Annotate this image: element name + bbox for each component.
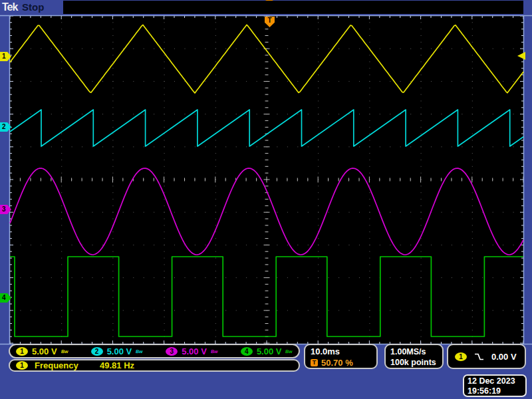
record-length: 100k points: [390, 357, 438, 368]
channel4-scale: 5.00 V: [257, 346, 282, 356]
channel4-readout[interactable]: 4 5.00 V Bw: [241, 346, 293, 356]
falling-edge-icon: [474, 352, 484, 361]
trigger-source-badge: 1: [455, 352, 467, 361]
horizontal-scale: 10.0ms: [311, 346, 371, 356]
channel1-readout[interactable]: 1 5.00 V Bw: [16, 346, 68, 356]
channel3-badge: 3: [166, 347, 178, 356]
trigger-position-flag[interactable]: T: [265, 17, 275, 27]
channel4-badge: 4: [241, 347, 253, 356]
trigger-position-icon: T: [311, 359, 318, 366]
trigger-level: 0.00 V: [491, 352, 517, 362]
record-trigger-position-icon[interactable]: T: [265, 0, 273, 9]
measurement-value: 49.81 Hz: [100, 360, 134, 370]
channel4-ground-marker[interactable]: 4: [0, 293, 11, 303]
channel1-scale: 5.00 V: [32, 346, 57, 356]
channel3-ground-marker[interactable]: 3: [0, 205, 11, 214]
sample-rate: 1.00MS/s: [390, 346, 438, 357]
measurement-source-badge: 1: [16, 361, 28, 370]
measurement-name: Frequency: [35, 360, 93, 370]
record-view-strip: [ ] T: [63, 1, 523, 14]
measurement-readout[interactable]: 1 Frequency 49.81 Hz: [9, 359, 300, 372]
record-right-bracket: ]: [516, 1, 519, 11]
channel1-waveform: [10, 25, 523, 93]
channel-scale-readout-bar[interactable]: 1 5.00 V Bw 2 5.00 V Bw 3 5.00 V Bw 4 5.…: [9, 344, 300, 358]
record-view-bar[interactable]: [148, 4, 514, 10]
horizontal-readout[interactable]: 10.0ms T 50.70 %: [304, 344, 378, 369]
channel1-ground-marker[interactable]: 1: [0, 52, 11, 61]
channel1-badge: 1: [16, 347, 28, 356]
channel4-bandwidth-icon: Bw: [285, 349, 293, 354]
channel2-bandwidth-icon: Bw: [136, 349, 143, 354]
trigger-level-arrow-icon[interactable]: [517, 52, 525, 60]
channel4-waveform: [10, 257, 523, 336]
oscilloscope-screen: Tek Stop [ ] T T 1 2 3 4 1 5.00 V Bw 2 5…: [0, 0, 532, 399]
channel3-bandwidth-icon: Bw: [210, 349, 217, 354]
date-text: 12 Dec 2023: [467, 376, 522, 386]
channel2-scale: 5.00 V: [107, 346, 132, 356]
acquisition-status: Stop: [22, 1, 44, 13]
channel3-readout[interactable]: 3 5.00 V Bw: [166, 346, 217, 356]
channel2-badge: 2: [91, 347, 103, 356]
time-text: 19:56:19: [467, 386, 522, 396]
trigger-readout[interactable]: 1 0.00 V: [447, 344, 526, 369]
graticule-and-waveforms: [0, 0, 532, 399]
channel1-bandwidth-icon: Bw: [61, 349, 68, 354]
channel2-waveform: [10, 110, 523, 146]
channel2-ground-marker[interactable]: 2: [0, 122, 11, 132]
trigger-position-percent: 50.70 %: [321, 358, 353, 368]
channel3-scale: 5.00 V: [182, 346, 207, 356]
channel3-waveform: [10, 168, 523, 255]
datetime-readout: 12 Dec 2023 19:56:19: [463, 374, 527, 397]
tek-logo: Tek: [2, 1, 17, 13]
channel2-readout[interactable]: 2 5.00 V Bw: [91, 346, 143, 356]
acquisition-readout[interactable]: 1.00MS/s 100k points: [384, 344, 444, 369]
